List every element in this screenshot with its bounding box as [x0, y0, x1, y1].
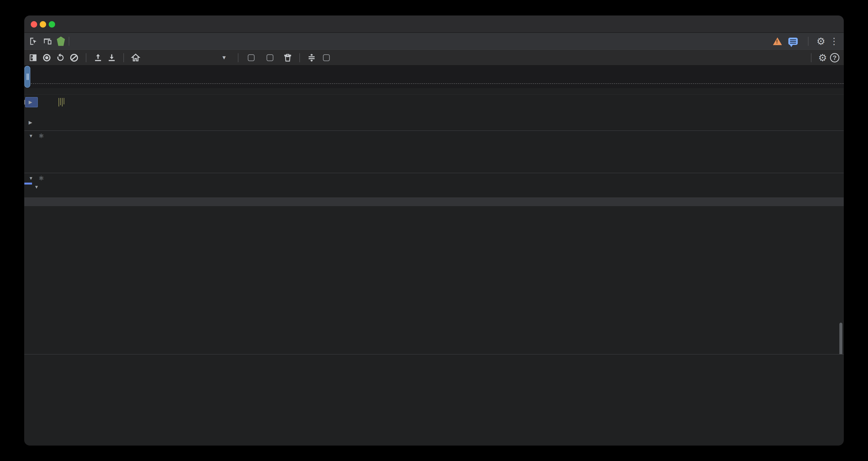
network-candle — [59, 98, 59, 107]
toolbar-separator-1 — [86, 53, 86, 62]
toolbar-separator-4 — [300, 53, 300, 62]
server-components-header[interactable]: ▼ ⚛ — [29, 174, 47, 182]
expand-triangle-icon[interactable]: ▼ — [29, 133, 33, 139]
devtools-window: ⚙ ⋮ ▼ — [24, 16, 844, 445]
close-window-button[interactable] — [31, 21, 37, 28]
tabbar-separator — [69, 37, 69, 46]
selected-track-tick — [24, 182, 32, 184]
expand-triangle-icon[interactable]: ▼ — [29, 176, 33, 181]
server-requests-row[interactable] — [24, 152, 844, 161]
server-requests-row[interactable] — [24, 142, 844, 151]
section-divider — [24, 131, 844, 131]
screenshots-checkbox-box[interactable] — [248, 54, 255, 61]
stack-trace-section — [29, 358, 777, 368]
memory-checkbox-box[interactable] — [267, 54, 273, 61]
zoom-window-button[interactable] — [49, 21, 55, 28]
help-icon[interactable]: ? — [830, 53, 839, 62]
dim-third-parties-checkbox[interactable] — [323, 54, 333, 61]
record-and-reload-button[interactable] — [55, 52, 66, 63]
server-components-row[interactable] — [24, 193, 844, 198]
react-atom-icon: ⚛ — [38, 132, 44, 140]
flame-chart-area[interactable]: ▶ ▶ ▼ ⚛ ▼ ⚛ — [24, 94, 844, 198]
network-candle — [64, 98, 64, 104]
tabbar-right-separator — [808, 37, 808, 46]
server-requests-row[interactable] — [24, 162, 844, 171]
clear-recording-icon[interactable] — [68, 52, 80, 63]
device-toolbar-icon[interactable] — [43, 36, 53, 46]
toolbar-separator-3 — [238, 53, 238, 62]
performance-toolbar: ▼ ⚙ ? — [24, 50, 844, 65]
dim-third-parties-checkbox-box[interactable] — [323, 54, 330, 61]
download-profile-icon[interactable] — [106, 52, 118, 63]
record-button[interactable] — [41, 52, 53, 63]
live-metrics-home-icon[interactable] — [130, 52, 142, 63]
timeline-overview[interactable] — [24, 65, 844, 88]
network-track[interactable]: ▶ — [24, 97, 844, 107]
devtools-tab-bar: ⚙ ⋮ — [24, 33, 844, 50]
title-bar — [24, 16, 844, 33]
settings-gear-icon[interactable]: ⚙ — [816, 36, 825, 46]
react-atom-icon: ⚛ — [38, 174, 44, 182]
toggle-sidebar-icon[interactable] — [27, 52, 39, 63]
toolbar-separator-5 — [811, 53, 811, 62]
memory-checkbox[interactable] — [267, 54, 276, 61]
collapse-triangle-icon[interactable]: ▶ — [29, 99, 32, 105]
timeline-ruler — [24, 88, 844, 94]
warning-icon — [773, 37, 782, 45]
collect-garbage-icon[interactable] — [282, 52, 293, 63]
scrollbar-thumb[interactable] — [839, 323, 842, 354]
minimize-window-button[interactable] — [40, 21, 46, 28]
expand-triangle-icon[interactable]: ▼ — [34, 184, 39, 190]
request-whisker-end — [24, 100, 25, 105]
extension-gem-icon[interactable] — [57, 36, 65, 46]
inspect-element-icon[interactable] — [29, 36, 38, 46]
toolbar-separator-2 — [123, 53, 124, 62]
cpu-net-divider — [24, 83, 844, 84]
details-tab-bar — [24, 198, 844, 206]
timings-track[interactable]: ▶ — [24, 120, 844, 128]
capture-settings-gear-icon[interactable]: ⚙ — [818, 53, 827, 63]
issues-icon — [788, 38, 798, 45]
primary-subgroup-header[interactable]: ▼ — [34, 184, 41, 190]
screenshots-checkbox[interactable] — [248, 54, 257, 61]
server-requests-header[interactable]: ▼ ⚛ — [29, 132, 47, 140]
profile-history-select[interactable]: ▼ — [147, 54, 230, 61]
more-options-icon[interactable]: ⋮ — [830, 36, 839, 47]
network-candle — [62, 98, 63, 107]
selection-right-handle[interactable] — [24, 66, 30, 88]
chevron-down-icon: ▼ — [221, 54, 230, 61]
section-divider — [24, 173, 844, 173]
network-track-chip[interactable]: ▶ — [25, 97, 38, 107]
upload-profile-icon[interactable] — [92, 52, 104, 63]
summary-pane[interactable] — [24, 206, 844, 354]
issues-indicator[interactable] — [788, 38, 800, 45]
warnings-indicator[interactable] — [773, 37, 784, 45]
stack-trace-divider — [24, 354, 844, 354]
network-candle — [60, 98, 61, 105]
collapse-triangle-icon[interactable]: ▶ — [29, 120, 32, 125]
collapse-tracks-icon[interactable] — [306, 52, 317, 63]
